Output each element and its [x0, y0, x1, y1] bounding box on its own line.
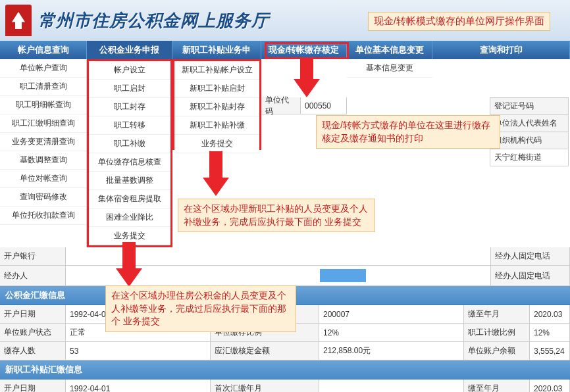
- g2r1v3: 2020.03: [530, 380, 570, 392]
- sm-new-supp[interactable]: 新职工补贴补缴: [174, 116, 259, 135]
- nav-query-print[interactable]: 查询和打印: [432, 41, 570, 59]
- nav-cash-transfer[interactable]: 现金/转帐缴存核定: [261, 41, 347, 59]
- sm-account-setup[interactable]: 帐户设立: [89, 61, 170, 80]
- page-header: 常州市住房公积金网上服务厅 现金/转帐模式缴存的单位网厅操作界面: [0, 0, 570, 41]
- nav-new-employee[interactable]: 新职工补贴业务申报: [172, 41, 261, 59]
- sm-diff-corp[interactable]: 困难企业降比: [89, 208, 170, 227]
- label-unit-code: 单位代码: [261, 97, 301, 114]
- sm-emp-transfer[interactable]: 职工转移: [89, 116, 170, 135]
- g1r1l2: 首次汇缴年月: [211, 305, 319, 323]
- sm-change-list[interactable]: 业务变更清册查询: [0, 133, 86, 151]
- submenu-col-5: 基本信息变更: [347, 59, 432, 247]
- sm-emp-detail[interactable]: 职工明细帐查询: [0, 96, 86, 114]
- g1r2v2: 12%: [319, 324, 464, 341]
- row-agent: 经办人 经办人固定电话: [0, 266, 570, 286]
- submenu-col-4: 单位代码 000550: [261, 59, 347, 247]
- val-agent: [66, 266, 491, 285]
- grid2-r1: 开户日期 1992-04-01 首次汇缴年月 缴至年月 2020.03: [0, 380, 570, 392]
- g1r3l2: 应汇缴核定金额: [211, 342, 319, 360]
- g1r1l1: 开户日期: [0, 305, 66, 323]
- submenu-row: 单位帐户查询 职工清册查询 职工明细帐查询 职工汇缴明细查询 业务变更清册查询 …: [0, 59, 570, 247]
- g1r2l1: 单位账户状态: [0, 324, 66, 341]
- sm-deposit-check[interactable]: 单位缴存信息核查: [89, 153, 170, 172]
- sm-new-seal[interactable]: 新职工补贴封存: [174, 98, 259, 116]
- val-unit-code: 000550: [301, 97, 347, 114]
- logo-icon: [5, 5, 32, 36]
- sm-batch-base[interactable]: 批量基数调整: [89, 172, 170, 190]
- g2r1v1: 1992-04-01: [66, 380, 211, 392]
- annotation-top: 现金/转帐模式缴存的单位网厅操作界面: [368, 12, 550, 31]
- grid1-r1: 开户日期 1992-04-01 首次汇缴年月 200007 缴至年月 2020.…: [0, 305, 570, 324]
- sm-new-unseal[interactable]: 新职工补贴启封: [174, 80, 259, 98]
- nav-unit-info[interactable]: 单位基本信息变更: [347, 41, 432, 59]
- val-open-bank: [66, 247, 491, 265]
- g1r2l3: 职工计缴比例: [464, 324, 530, 341]
- sm-basic-change[interactable]: 基本信息变更: [347, 59, 432, 78]
- g1r3l1: 缴存人数: [0, 342, 66, 360]
- sm-emp-unseal[interactable]: 职工启封: [89, 80, 170, 98]
- section-fund-remit: 公积金汇缴信息: [0, 286, 570, 305]
- label-open-bank: 开户银行: [0, 247, 66, 265]
- main-nav: 帐户信息查询 公积金业务申报 新职工补贴业务申报 现金/转帐缴存核定 单位基本信…: [0, 41, 570, 59]
- g1r1l3: 缴至年月: [464, 305, 530, 323]
- section-new-emp-remit: 新职工补贴汇缴信息: [0, 360, 570, 380]
- grid1-r3: 缴存人数 53 应汇缴核定金额 212,858.00元 单位账户余额 3,555…: [0, 342, 570, 360]
- g1r2v3: 12%: [530, 324, 570, 341]
- g1r3v2: 212,858.00元: [319, 342, 464, 360]
- g1r1v1: 1992-04-01: [66, 305, 211, 323]
- g1r2l2: 单位缴存比例: [211, 324, 319, 341]
- nav-fund-declare[interactable]: 公积金业务申报: [87, 41, 172, 59]
- sm-dorm-rent[interactable]: 集体宿舍租房提取: [89, 190, 170, 208]
- sm-pwd-change[interactable]: 查询密码修改: [0, 188, 86, 207]
- g1r1v2: 200007: [319, 305, 464, 323]
- label-agent-phone2: 经办人固定电话: [491, 266, 570, 285]
- redacted-field: [320, 269, 366, 282]
- submenu-col-1: 单位帐户查询 职工清册查询 职工明细帐查询 职工汇缴明细查询 业务变更清册查询 …: [0, 59, 87, 247]
- g2r1v2: [319, 380, 464, 392]
- g1r3v1: 53: [66, 342, 211, 360]
- sm-emp-list[interactable]: 职工清册查询: [0, 78, 86, 96]
- g2r1l2: 首次汇缴年月: [211, 380, 319, 392]
- content-area: 单位帐户查询 职工清册查询 职工明细帐查询 职工汇缴明细查询 业务变更清册查询 …: [0, 59, 570, 392]
- g2r1l3: 缴至年月: [464, 380, 530, 392]
- grid1-r2: 单位账户状态 正常 单位缴存比例 12% 职工计缴比例 12%: [0, 324, 570, 342]
- sm-unit-account[interactable]: 单位帐户查询: [0, 59, 86, 78]
- label-agent-phone: 经办人固定电话: [491, 247, 570, 265]
- row-open-bank: 开户银行 经办人固定电话: [0, 247, 570, 266]
- g1r3l3: 单位账户余额: [464, 342, 530, 360]
- submenu-col-3: 新职工补贴帐户设立 新职工补贴启封 新职工补贴封存 新职工补贴补缴 业务提交: [172, 59, 261, 150]
- g1r3v3: 3,555,24: [530, 342, 570, 360]
- label-agent: 经办人: [0, 266, 66, 285]
- g1r2v1: 正常: [66, 324, 211, 341]
- sm-emp-seal[interactable]: 职工封存: [89, 98, 170, 116]
- sm-emp-remit[interactable]: 职工汇缴明细查询: [0, 114, 86, 133]
- page-title: 常州市住房公积金网上服务厅: [38, 9, 269, 32]
- sm-emp-supp[interactable]: 职工补缴: [89, 135, 170, 153]
- nav-account-query[interactable]: 帐户信息查询: [0, 41, 87, 59]
- sm-collect-deduct[interactable]: 单位托收扣款查询: [0, 207, 86, 225]
- sm-base-adj[interactable]: 基数调整查询: [0, 151, 86, 170]
- sm-submit-3[interactable]: 业务提交: [174, 135, 259, 153]
- sm-unit-recon[interactable]: 单位对帐查询: [0, 170, 86, 188]
- sm-new-setup[interactable]: 新职工补贴帐户设立: [174, 61, 259, 80]
- sm-submit-2[interactable]: 业务提交: [89, 227, 170, 245]
- g1r1v3: 2020.03: [530, 305, 570, 323]
- submenu-col-2: 帐户设立 职工启封 职工封存 职工转移 职工补缴 单位缴存信息核查 批量基数调整…: [87, 59, 172, 247]
- g2r1l1: 开户日期: [0, 380, 66, 392]
